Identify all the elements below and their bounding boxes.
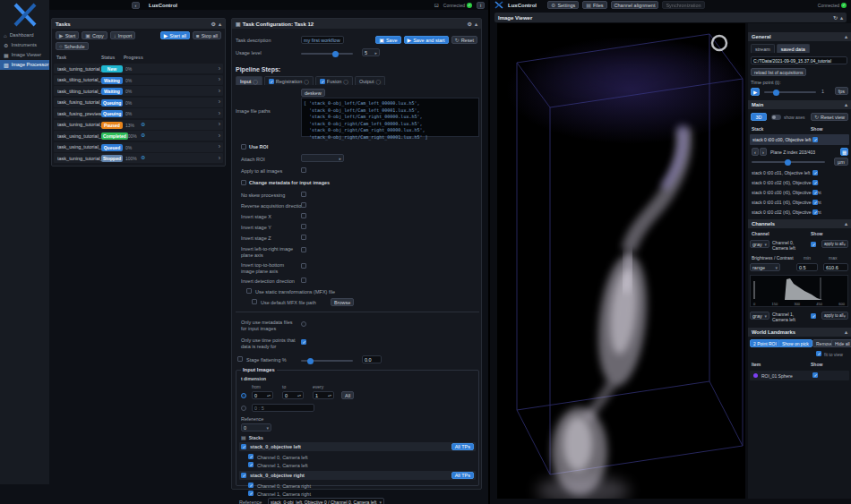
show-checkbox[interactable] — [811, 242, 816, 247]
sidebar-item-image-processor[interactable]: ▥ Image Processor — [0, 60, 49, 70]
chevron-right-icon[interactable]: › — [219, 143, 220, 149]
usage-level-select[interactable]: 5▸ — [362, 48, 380, 56]
stack-row[interactable]: stack 0 t00 c00 (r0), Objective right — [750, 188, 849, 197]
hide-all-button[interactable]: Hide all — [831, 339, 851, 347]
table-row[interactable]: task_using_tutorial_rec_01Completed100%⚙… — [54, 131, 223, 141]
smoothing-slider[interactable] — [301, 360, 353, 362]
smoothing-checkbox[interactable] — [237, 356, 243, 362]
all-tps-button[interactable]: All TPs — [451, 472, 474, 479]
save-button[interactable]: ▣Save — [375, 36, 400, 44]
use-roi-checkbox[interactable] — [241, 144, 246, 149]
channel0-apply-select[interactable]: apply to all▾ — [821, 240, 848, 248]
field-checkbox[interactable] — [301, 278, 306, 283]
stack-group-row[interactable]: stack_0_objective right All TPs — [239, 471, 476, 480]
show-on-pick-button[interactable]: Show on pick — [778, 339, 812, 347]
chevron-right-icon[interactable]: › — [219, 98, 220, 105]
channel-checkbox[interactable] — [248, 462, 254, 467]
default-path-checkbox[interactable] — [252, 299, 257, 304]
metadata-section-checkbox[interactable] — [241, 180, 246, 185]
time-slider[interactable] — [764, 91, 816, 93]
table-row[interactable]: task_tilting_tutorial_reco...Waiting0%› — [54, 75, 223, 85]
main-section-header[interactable]: Main▴ — [748, 100, 851, 109]
reference2-select[interactable]: stack_0-obj_left, Objective 0 / Channel … — [268, 498, 384, 504]
usage-level-slider[interactable] — [301, 53, 353, 55]
table-row[interactable]: task_tuning_tutorial_surf...Paused13%⚙› — [54, 120, 223, 130]
general-section-header[interactable]: General▴ — [748, 32, 851, 41]
gear-icon[interactable]: ⚙ — [211, 21, 216, 27]
tab-fusion[interactable]: Fusion◯ — [315, 76, 353, 85]
fusion-checkbox[interactable] — [320, 79, 325, 84]
field-checkbox[interactable] — [301, 224, 306, 229]
t-list-input[interactable]: 0 : 5 — [252, 404, 314, 412]
only-timepoints-checkbox[interactable] — [301, 339, 306, 345]
plane-next-button[interactable]: › — [760, 148, 767, 156]
plane-pick-button[interactable]: ▦ — [840, 148, 848, 156]
stack-checkbox[interactable] — [241, 473, 246, 478]
browse-button[interactable]: Browse — [331, 298, 354, 306]
task-gear-icon[interactable]: ⚙ — [141, 155, 145, 160]
tab-stream[interactable]: stream — [751, 44, 775, 53]
show-checkbox[interactable] — [812, 170, 818, 175]
stack-row[interactable]: stack 0 t00 c01, Objective left — [750, 168, 849, 177]
channel-checkbox[interactable] — [248, 483, 254, 488]
copy-button[interactable]: ▣Copy — [82, 31, 107, 39]
stack-row[interactable]: stack 0 t00 c02 (r0), Objective left — [750, 178, 849, 187]
stop-all-button[interactable]: ■Stop all — [193, 31, 221, 39]
chevron-right-icon[interactable]: › — [219, 155, 220, 161]
field-checkbox[interactable] — [301, 192, 306, 197]
table-row[interactable]: task_fusing_tutorial_tre...Queuing0%› — [54, 98, 223, 107]
field-checkbox[interactable] — [301, 247, 306, 252]
chevron-right-icon[interactable]: › — [219, 121, 220, 127]
chevron-right-icon[interactable]: › — [219, 76, 220, 82]
deskew-button[interactable]: deskew — [301, 89, 325, 97]
collapse-icon[interactable]: ▴ — [845, 221, 847, 226]
stack-group-row[interactable]: stack_0_objective left All TPs — [239, 442, 476, 451]
plane-slider[interactable] — [752, 161, 825, 163]
channel-checkbox[interactable] — [248, 491, 254, 496]
show-checkbox[interactable] — [812, 180, 818, 185]
show-checkbox[interactable] — [812, 209, 818, 215]
task-gear-icon[interactable]: ⚙ — [141, 132, 145, 138]
show-checkbox[interactable] — [812, 190, 818, 195]
field-checkbox[interactable] — [301, 235, 306, 240]
save-and-start-button[interactable]: ▶Save and start — [404, 36, 449, 44]
plane-prev-button[interactable]: ‹ — [752, 148, 759, 156]
collapse-icon[interactable]: ▴ — [845, 102, 847, 107]
stack-row[interactable]: stack 0 t00 c01 (r0), Objective right — [750, 198, 849, 207]
field-checkbox[interactable] — [301, 263, 306, 269]
field-checkbox[interactable] — [301, 213, 306, 218]
task-gear-icon[interactable]: ⚙ — [141, 122, 145, 127]
files-button[interactable]: ▤Files — [582, 1, 606, 9]
show-checkbox[interactable] — [812, 137, 818, 142]
from-input[interactable]: 0▴▾ — [252, 391, 273, 399]
collapse-icon[interactable]: ▴ — [840, 15, 843, 21]
table-row[interactable]: task_tilting_tutorial_reco...Waiting0%› — [54, 86, 223, 96]
selected-stack-row[interactable]: stack 0 t00 c00, Objective left — [750, 134, 849, 145]
description-input[interactable]: my first workflow — [301, 36, 344, 44]
channel1-color-select[interactable]: gray▾ — [750, 312, 769, 320]
channels-section-header[interactable]: Channels▴ — [748, 219, 851, 228]
table-row[interactable]: task_fusing_previewQueuing0%› — [54, 108, 223, 118]
table-row[interactable]: task_tuning_tutorial_rec_0Stopped100%⚙› — [54, 153, 223, 163]
collapse-icon[interactable]: ▴ — [475, 21, 477, 27]
back-button[interactable]: ‹ — [132, 2, 140, 9]
show-checkbox[interactable] — [811, 313, 816, 319]
collapse-icon[interactable]: ▴ — [845, 34, 847, 39]
registration-checkbox[interactable] — [269, 79, 274, 84]
only-metadata-radio[interactable] — [301, 321, 306, 327]
t-range-radio[interactable] — [241, 393, 246, 398]
chevron-right-icon[interactable]: › — [219, 65, 220, 72]
t-list-radio[interactable] — [241, 406, 246, 411]
show-checkbox[interactable] — [812, 372, 818, 378]
landmark-row[interactable]: ROI_01 Sphere — [750, 371, 849, 380]
import-button[interactable]: ↓Import — [110, 31, 136, 39]
tab-output[interactable]: Output◯ — [355, 76, 385, 85]
max-input[interactable]: 610.6 — [823, 263, 848, 271]
apply-all-checkbox[interactable] — [301, 167, 306, 173]
image-file-paths-code[interactable]: [ 'stack_0-obj_left/Cam_left_00000.lux.h… — [301, 98, 479, 137]
channel-alignment-button[interactable]: Channel alignment — [611, 1, 659, 9]
chevron-right-icon[interactable]: › — [219, 88, 220, 94]
every-input[interactable]: 1▴▾ — [313, 391, 334, 399]
acquisition-path-input[interactable]: C:/TData/2021-09-09_15.37.04_tutorial — [751, 56, 847, 64]
chevron-right-icon[interactable]: › — [219, 132, 220, 139]
